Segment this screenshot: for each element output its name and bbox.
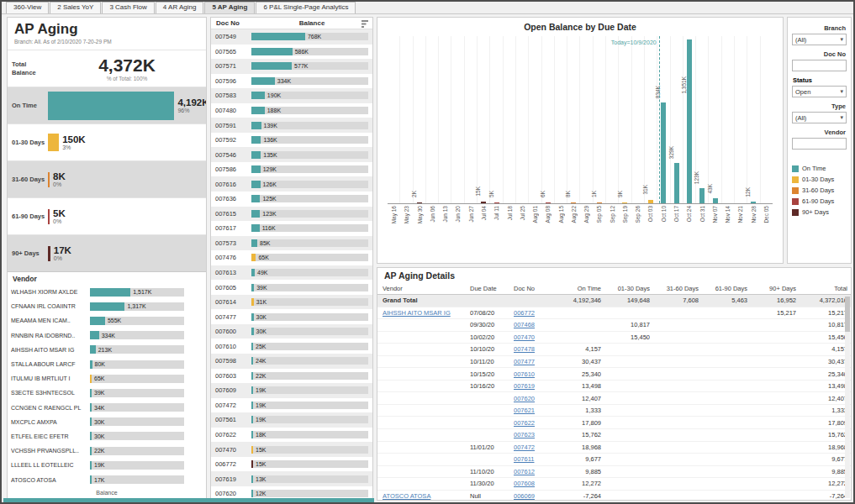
chart-bar-slot[interactable]: 12K (747, 36, 759, 203)
vendor-row[interactable]: RNNBIN RA IDOBRND.. 334K (8, 328, 206, 343)
chart-bar[interactable] (661, 102, 666, 203)
doc-no-link[interactable]: 007623 (514, 431, 535, 438)
balance-bar[interactable] (251, 92, 265, 99)
scrollbar-thumb[interactable] (845, 297, 850, 332)
type-select[interactable]: (All) ▾ (792, 112, 847, 123)
doc-no-link[interactable]: 007472 (514, 444, 535, 451)
doc-row[interactable]: 007592 136K (211, 133, 372, 148)
balance-bar[interactable] (251, 386, 253, 394)
doc-no-link[interactable]: 007622 (514, 419, 535, 427)
balance-bar[interactable] (251, 269, 255, 276)
doc-row[interactable]: 007477 30K (211, 309, 372, 324)
workbook-tab[interactable]: 5 AP Aging (204, 2, 255, 13)
doc-row[interactable]: 007561 19K (211, 412, 372, 428)
aging-bucket-row[interactable]: 90+ Days 17K 0% (8, 234, 206, 271)
chart-bar-slot[interactable]: 8K (567, 36, 579, 203)
balance-bar[interactable] (251, 136, 261, 144)
doc-row[interactable]: 007565 586K (211, 45, 372, 60)
balance-bar[interactable] (251, 284, 254, 291)
details-column-header[interactable]: Total (796, 285, 847, 292)
aging-bucket-row[interactable]: On Time 4,192K 96% (8, 87, 206, 123)
chart-bar-slot[interactable] (734, 36, 747, 203)
balance-bar[interactable] (251, 446, 253, 454)
doc-row[interactable]: 007472 19K (211, 398, 372, 413)
balance-bar[interactable] (251, 165, 261, 173)
vendor-row[interactable]: ETLFEL EIEC EFETR 30K (8, 429, 206, 444)
chart-bar[interactable] (417, 202, 422, 204)
chart-bar-slot[interactable] (438, 36, 451, 203)
balance-bar[interactable] (251, 254, 256, 261)
chart-bar-slot[interactable]: 15K (477, 36, 489, 203)
doc-no-link[interactable]: 006772 (514, 309, 535, 317)
balance-column-header[interactable]: Balance (251, 19, 372, 27)
chart-bar[interactable] (597, 202, 602, 204)
doc-row[interactable]: 007571 577K (211, 59, 372, 74)
details-scrollbar[interactable] (845, 297, 850, 498)
workbook-tab[interactable]: 2 Sales YoY (50, 2, 101, 13)
vendor-bar[interactable] (90, 288, 130, 297)
doc-no-link[interactable]: 007612 (514, 468, 535, 475)
chart-bar-slot[interactable] (399, 36, 412, 203)
balance-bar[interactable] (251, 298, 254, 306)
doc-row[interactable]: 007598 24K (211, 354, 372, 369)
vendor-row[interactable]: ITULMU IB MRTLIUT I 65K (8, 371, 206, 386)
legend-item[interactable]: 01-30 Days (792, 174, 847, 185)
balance-bar[interactable] (251, 224, 260, 232)
details-column-header[interactable]: Doc No (514, 285, 552, 292)
aging-bucket-row[interactable]: 31-60 Days 8K 0% (8, 160, 206, 197)
chart-bar[interactable] (571, 202, 576, 204)
vendor-bar[interactable] (90, 475, 92, 484)
balance-bar[interactable] (251, 107, 265, 114)
chart-bar-slot[interactable] (721, 36, 734, 203)
chart-bar-slot[interactable]: 1K (593, 36, 605, 203)
doc-no-link[interactable]: 007608 (514, 480, 535, 487)
vendor-bar[interactable] (90, 389, 92, 397)
doc-row[interactable]: 007476 65K (211, 250, 372, 265)
chart-bar-slot[interactable]: 6K (541, 36, 554, 203)
legend-item[interactable]: 90+ Days (792, 207, 847, 218)
vendor-bar[interactable] (90, 331, 99, 339)
vendor-bar[interactable] (90, 360, 92, 369)
vendor-row[interactable]: ATOSCO ATOSA 17K (8, 472, 206, 486)
chart-bar-slot[interactable] (388, 36, 399, 203)
vendor-bar[interactable] (90, 302, 124, 311)
vendor-row[interactable]: CCNGEN C RAENGCL PL 34K (8, 401, 206, 415)
vendor-row[interactable]: AIHSSH AITO MSAR IG 213K (8, 343, 206, 357)
doc-row[interactable]: 007619 13K (211, 471, 372, 486)
doc-row[interactable]: 007616 126K (211, 176, 372, 192)
balance-bar[interactable] (251, 33, 305, 40)
doc-row[interactable]: 007617 116K (211, 221, 372, 236)
doc-no-link[interactable]: 007470 (514, 333, 535, 341)
doc-row[interactable]: 006772 15K (211, 457, 372, 472)
balance-bar[interactable] (251, 313, 254, 321)
doc-no-link[interactable]: 007468 (514, 321, 535, 328)
aging-bucket-bar[interactable] (48, 134, 59, 151)
chart-bar-slot[interactable]: 2K (413, 36, 425, 203)
details-column-header[interactable]: 31-60 Days (650, 285, 699, 292)
doc-row[interactable]: 007573 85K (211, 236, 372, 251)
chart-bar[interactable] (494, 202, 499, 204)
balance-bar[interactable] (251, 416, 253, 423)
details-column-header[interactable]: Vendor (383, 285, 470, 292)
chart-bar-slot[interactable]: 9K (618, 36, 631, 203)
sort-descending-icon[interactable] (362, 20, 369, 29)
vendor-link[interactable]: AIHSSH AITO MSAR IG (383, 309, 451, 317)
balance-bar[interactable] (251, 122, 261, 129)
balance-bar[interactable] (251, 490, 253, 497)
chart-bar[interactable] (546, 202, 551, 204)
balance-bar[interactable] (251, 402, 253, 409)
balance-bar[interactable] (251, 431, 253, 438)
doc-row[interactable]: 007613 49K (211, 265, 372, 281)
vendor-row[interactable]: LLLEEL LL EOTELLEIC 19K (8, 458, 206, 472)
workbook-tab[interactable]: 4 AR Aging (156, 2, 204, 13)
branch-select[interactable]: (All) ▾ (792, 34, 847, 45)
vendor-bar[interactable] (90, 375, 92, 383)
vendor-row[interactable]: CFNAAN IRL COAIINTR 1,317K (8, 299, 206, 313)
chart-bar[interactable] (687, 39, 692, 203)
chart-bar-slot[interactable]: 43K (708, 36, 720, 203)
details-column-header[interactable]: On Time (552, 285, 601, 292)
doc-row[interactable]: 007615 123K (211, 207, 372, 222)
chart-bar-slot[interactable] (631, 36, 644, 203)
balance-bar[interactable] (251, 77, 275, 85)
doc-row[interactable]: 007470 15K (211, 442, 372, 457)
